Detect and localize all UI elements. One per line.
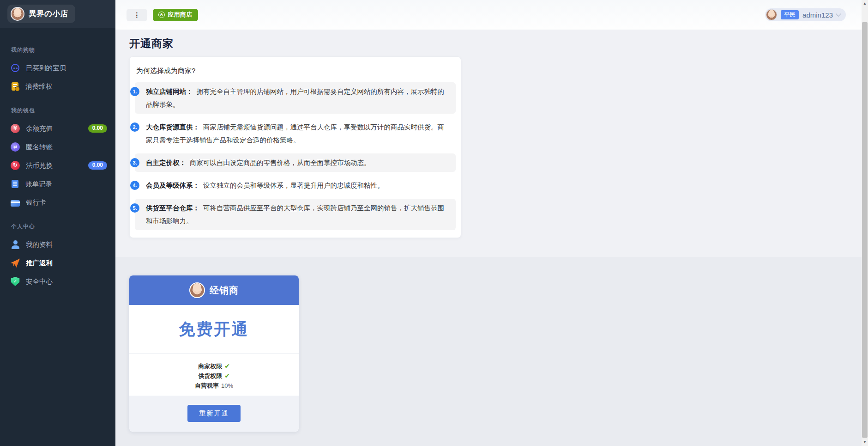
bank-card-icon — [11, 200, 20, 207]
sidebar-item-label: 法币兑换 — [26, 161, 53, 170]
feature-value: 10% — [221, 382, 233, 389]
dealer-card-header: 经销商 — [129, 275, 299, 305]
sidebar-section-label: 我的购物 — [0, 46, 115, 54]
reopen-button[interactable]: 重新开通 — [187, 405, 241, 422]
brand-header: 異界の小店 — [0, 0, 115, 28]
brand-logo[interactable]: 異界の小店 — [7, 5, 75, 23]
bill-record-icon — [12, 180, 18, 188]
sidebar-item-bill-records[interactable]: 账单记录 — [0, 175, 115, 193]
app-store-button[interactable]: A 应用商店 — [153, 9, 198, 21]
security-shield-icon — [11, 277, 20, 286]
benefit-item: 3.自主定价权：商家可以自由设定商品的零售价格，从而全面掌控市场动态。 — [135, 153, 456, 172]
benefit-item: 5.供货至平台仓库：可将自营商品供应至平台的大型仓库，实现跨店铺乃至全网的销售，… — [135, 199, 456, 230]
benefit-text: 设立独立的会员和等级体系，显著提升用户的忠诚度和粘性。 — [203, 182, 384, 189]
sidebar-item-fiat-exchange[interactable]: 法币兑换0.00 — [0, 156, 115, 175]
content-lower: 经销商 免费开通 商家权限✔供货权限✔自营税率10% 重新开通 — [115, 257, 862, 446]
app-window: 異界の小店 我的购物已买到的宝贝消费维权我的钱包余额充值0.00匿名转账法币兑换… — [0, 0, 862, 446]
anonymous-transfer-icon — [11, 142, 20, 152]
feature-label: 供货权限 — [198, 373, 222, 379]
dealer-avatar — [189, 282, 205, 298]
sidebar-item-label: 余额充值 — [26, 124, 53, 133]
check-icon: ✔ — [224, 362, 230, 370]
sidebar-item-label: 银行卡 — [26, 198, 46, 207]
sidebar-item-promotion-rebate[interactable]: 推广返利 — [0, 254, 115, 272]
kebab-icon: ⋮ — [134, 12, 140, 18]
amount-badge: 0.00 — [88, 161, 107, 170]
dealer-card-footer: 重新开通 — [129, 396, 299, 432]
fiat-exchange-icon — [11, 161, 20, 170]
merchant-benefits-card: 为何选择成为商家? 1.独立店铺网站：拥有完全自主管理的店铺网站，用户可根据需要… — [129, 56, 461, 238]
sidebar-item-label: 已买到的宝贝 — [26, 64, 66, 73]
topbar: ⋮ A 应用商店 平民 admin123 — [115, 0, 862, 30]
app-store-icon: A — [158, 12, 165, 18]
user-role-badge: 平民 — [781, 10, 799, 19]
scrollbar-thumb[interactable] — [862, 22, 868, 438]
sidebar-item-balance-recharge[interactable]: 余额充值0.00 — [0, 119, 115, 138]
sidebar-item-label: 推广返利 — [26, 259, 53, 268]
feature-row: 供货权限✔ — [129, 371, 299, 381]
benefit-item: 4.会员及等级体系：设立独立的会员和等级体系，显著提升用户的忠诚度和粘性。 — [135, 176, 456, 195]
benefit-title: 独立店铺网站： — [146, 88, 193, 95]
benefit-title: 供货至平台仓库： — [146, 204, 199, 212]
benefit-title: 会员及等级体系： — [146, 182, 199, 189]
brand-title: 異界の小店 — [29, 9, 68, 19]
sidebar-item-label: 匿名转账 — [26, 143, 53, 152]
scroll-up-icon[interactable]: ▲ — [862, 0, 868, 7]
sidebar-item-purchased-goods[interactable]: 已买到的宝贝 — [0, 59, 115, 77]
sidebar: 異界の小店 我的购物已买到的宝贝消费维权我的钱包余额充值0.00匿名转账法币兑换… — [0, 0, 115, 446]
feature-label: 自营税率 — [195, 382, 219, 389]
benefit-title: 大仓库货源直供： — [146, 123, 199, 131]
username: admin123 — [802, 11, 833, 19]
benefits-list: 1.独立店铺网站：拥有完全自主管理的店铺网站，用户可根据需要自定义网站的所有内容… — [135, 82, 456, 230]
sidebar-item-my-profile[interactable]: 我的资料 — [0, 235, 115, 254]
brand-avatar — [11, 7, 24, 21]
benefit-item: 1.独立店铺网站：拥有完全自主管理的店铺网站，用户可根据需要自定义网站的所有内容… — [135, 82, 456, 114]
dealer-price: 免费开通 — [129, 305, 299, 353]
sidebar-item-consumer-rights[interactable]: 消费维权 — [0, 77, 115, 96]
profile-icon — [11, 240, 20, 249]
consumer-rights-icon — [12, 82, 18, 91]
sidebar-item-label: 安全中心 — [26, 277, 53, 286]
user-menu[interactable]: 平民 admin123 — [765, 8, 846, 21]
recharge-coin-icon — [11, 124, 20, 133]
purchased-icon — [11, 64, 19, 72]
number-badge: 3. — [130, 158, 139, 167]
user-avatar — [766, 9, 777, 20]
dealer-title: 经销商 — [210, 284, 239, 297]
main-area: ⋮ A 应用商店 平民 admin123 开通商家 为何选择成为商家? 1.独立… — [115, 0, 862, 446]
page-scrollbar[interactable]: ▲ ▼ — [862, 0, 868, 446]
chevron-down-icon — [836, 11, 841, 16]
sidebar-item-security-center[interactable]: 安全中心 — [0, 272, 115, 291]
promotion-plane-icon — [11, 258, 20, 268]
page-title: 开通商家 — [129, 37, 862, 50]
feature-row: 自营税率10% — [129, 381, 299, 391]
sidebar-item-label: 我的资料 — [26, 240, 53, 249]
benefit-text: 商家可以自由设定商品的零售价格，从而全面掌控市场动态。 — [190, 159, 371, 166]
scroll-down-icon[interactable]: ▼ — [862, 439, 868, 446]
sidebar-item-bank-card[interactable]: 银行卡 — [0, 193, 115, 212]
benefit-title: 自主定价权： — [146, 159, 186, 166]
sidebar-section-label: 我的钱包 — [0, 107, 115, 115]
amount-badge: 0.00 — [88, 124, 107, 133]
benefit-item: 2.大仓库货源直供：商家店铺无需烦恼货源问题，通过平台大仓库，享受数以万计的商品… — [135, 118, 456, 149]
number-badge: 5. — [130, 203, 139, 213]
app-store-label: 应用商店 — [168, 11, 193, 19]
sidebar-nav: 我的购物已买到的宝贝消费维权我的钱包余额充值0.00匿名转账法币兑换0.00账单… — [0, 28, 115, 291]
collapse-menu-button[interactable]: ⋮ — [127, 9, 147, 21]
check-icon: ✔ — [224, 372, 230, 379]
dealer-features: 商家权限✔供货权限✔自营税率10% — [129, 353, 299, 396]
number-badge: 1. — [130, 87, 139, 96]
feature-label: 商家权限 — [198, 363, 222, 370]
sidebar-section-label: 个人中心 — [0, 223, 115, 231]
dealer-plan-card: 经销商 免费开通 商家权限✔供货权限✔自营税率10% 重新开通 — [129, 275, 299, 432]
sidebar-item-anonymous-transfer[interactable]: 匿名转账 — [0, 138, 115, 156]
benefits-card-header: 为何选择成为商家? — [136, 67, 456, 75]
feature-row: 商家权限✔ — [129, 361, 299, 371]
number-badge: 4. — [130, 181, 139, 190]
sidebar-item-label: 账单记录 — [25, 180, 52, 189]
content-upper: 开通商家 为何选择成为商家? 1.独立店铺网站：拥有完全自主管理的店铺网站，用户… — [115, 30, 862, 257]
sidebar-item-label: 消费维权 — [25, 82, 52, 91]
number-badge: 2. — [130, 122, 139, 132]
